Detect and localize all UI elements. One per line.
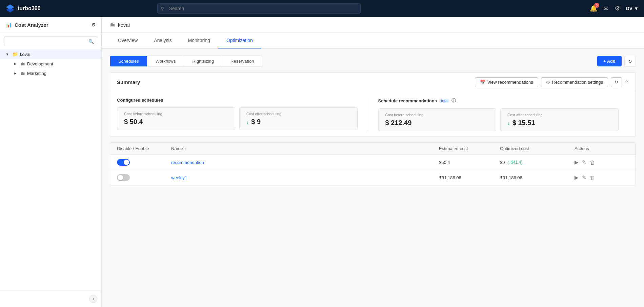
th-estimated-cost: Estimated cost bbox=[439, 146, 500, 151]
sub-tabs-actions: + Add ↻ bbox=[597, 56, 636, 67]
search-bar: ⚲ bbox=[157, 3, 361, 14]
configured-cost-cards: Cost before scheduling $ 50.4 Cost after… bbox=[117, 107, 358, 130]
tab-analysis[interactable]: Analysis bbox=[146, 33, 180, 48]
table-header: Disable / Enable Name ↑ Estimated cost O… bbox=[110, 143, 636, 155]
configured-title: Configured schedules bbox=[117, 98, 358, 103]
configured-cost-after-label: Cost after scheduling bbox=[246, 112, 350, 116]
app-layout: 📊 Cost Analyzer ⚙ 🔍 ▼ 📁 kovai ► 🖿 Develo… bbox=[0, 17, 644, 307]
summary-actions: 📅 View recommendations ⚙ Recommendation … bbox=[475, 77, 629, 87]
savings-badge-1: (↓$41.4) bbox=[507, 160, 522, 165]
chevron-right-icon-2: ► bbox=[14, 71, 18, 75]
sub-tabs: Schedules Workflows Rightsizing Reservat… bbox=[110, 56, 262, 67]
recommendations-title: Schedule recommendations beta ⓘ bbox=[378, 98, 619, 104]
sidebar-item-development-label: Development bbox=[27, 61, 53, 66]
notification-badge: 3 bbox=[594, 3, 599, 8]
edit-icon-1[interactable]: ✎ bbox=[582, 159, 586, 165]
toggle-2[interactable] bbox=[117, 174, 130, 181]
row-actions-2: ▶ ✎ 🗑 bbox=[575, 175, 595, 181]
sidebar-item-marketing-label: Marketing bbox=[27, 71, 46, 76]
sidebar-title: Cost Analyzer bbox=[15, 22, 48, 28]
rec-cost-before-label: Cost before scheduling bbox=[385, 113, 489, 117]
sidebar-tree: ▼ 📁 kovai ► 🖿 Development ► 🖿 Marketing bbox=[0, 49, 101, 78]
settings-gear-icon: ⚙ bbox=[546, 80, 550, 85]
td-estimated-1: $50.4 bbox=[439, 160, 500, 165]
rec-cost-before-value: $ 212.49 bbox=[385, 119, 489, 127]
page-header: 🖿 kovai bbox=[102, 17, 644, 33]
rec-cost-after-label: Cost after scheduling bbox=[507, 113, 611, 117]
collapse-summary-button[interactable]: ⌃ bbox=[625, 80, 629, 85]
logo-icon bbox=[5, 4, 15, 13]
settings-icon[interactable]: ⚙ bbox=[615, 5, 620, 12]
sub-tabs-row: Schedules Workflows Rightsizing Reservat… bbox=[110, 56, 636, 67]
view-recommendations-button[interactable]: 📅 View recommendations bbox=[475, 77, 538, 87]
sidebar-gear-icon[interactable]: ⚙ bbox=[92, 22, 96, 27]
configured-schedules-col: Configured schedules Cost before schedul… bbox=[117, 98, 368, 131]
tab-optimization[interactable]: Optimization bbox=[218, 33, 261, 48]
table-row: recommendation $50.4 $9 (↓$41.4) ▶ ✎ 🗑 bbox=[110, 155, 636, 170]
sidebar-search-input[interactable] bbox=[4, 36, 97, 46]
summary-header: Summary 📅 View recommendations ⚙ Recomme… bbox=[110, 73, 636, 92]
table-row: weekly1 ₹31,186.06 ₹31,186.06 ▶ ✎ 🗑 bbox=[110, 170, 636, 185]
app-name: turbo360 bbox=[18, 5, 41, 12]
play-icon-2[interactable]: ▶ bbox=[575, 175, 579, 181]
configured-cost-after-value: ↓ $ 9 bbox=[246, 118, 350, 126]
rec-cost-after-card: Cost after scheduling ↓ $ 15.51 bbox=[500, 108, 619, 131]
content-area: Schedules Workflows Rightsizing Reservat… bbox=[102, 49, 644, 192]
user-menu[interactable]: DV ▼ bbox=[626, 6, 639, 11]
delete-icon-1[interactable]: 🗑 bbox=[590, 160, 595, 165]
configured-cost-before-value: $ 50.4 bbox=[124, 118, 228, 126]
tab-overview[interactable]: Overview bbox=[110, 33, 146, 48]
info-icon: ⓘ bbox=[451, 98, 456, 104]
refresh-button[interactable]: ↻ bbox=[624, 56, 636, 67]
summary-refresh-button[interactable]: ↻ bbox=[611, 77, 622, 87]
sidebar-footer: ‹ bbox=[0, 290, 101, 307]
bell-icon[interactable]: ✉ bbox=[603, 5, 608, 12]
edit-icon-2[interactable]: ✎ bbox=[582, 175, 586, 181]
recommendations-col: Schedule recommendations beta ⓘ Cost bef… bbox=[368, 98, 629, 131]
calendar-icon: 📅 bbox=[480, 80, 485, 85]
chevron-down-icon: ▼ bbox=[5, 52, 10, 56]
notifications-icon[interactable]: 🔔 3 bbox=[590, 5, 597, 12]
sidebar-item-development[interactable]: ► 🖿 Development bbox=[8, 59, 101, 68]
sidebar-search-icon: 🔍 bbox=[88, 39, 94, 44]
arrow-down-icon: ↓ bbox=[246, 120, 249, 125]
sidebar-search: 🔍 bbox=[0, 33, 101, 49]
tab-monitoring[interactable]: Monitoring bbox=[180, 33, 218, 48]
beta-badge: beta bbox=[439, 99, 449, 103]
sub-tab-workflows[interactable]: Workflows bbox=[147, 56, 184, 66]
sidebar-item-marketing[interactable]: ► 🖿 Marketing bbox=[8, 68, 101, 78]
rec-cost-after-value: ↓ $ 15.51 bbox=[507, 119, 611, 127]
user-chevron-icon: ▼ bbox=[634, 6, 639, 11]
sub-tab-rightsizing[interactable]: Rightsizing bbox=[184, 56, 222, 66]
summary-title: Summary bbox=[117, 79, 140, 85]
cost-analyzer-icon: 📊 bbox=[5, 22, 12, 28]
td-name-2[interactable]: weekly1 bbox=[171, 175, 439, 180]
recommendations-cost-cards: Cost before scheduling $ 212.49 Cost aft… bbox=[378, 108, 619, 131]
sidebar-item-kovai-label: kovai bbox=[20, 52, 30, 57]
main-content: 🖿 kovai Overview Analysis Monitoring Opt… bbox=[102, 17, 644, 307]
sidebar: 📊 Cost Analyzer ⚙ 🔍 ▼ 📁 kovai ► 🖿 Develo… bbox=[0, 17, 102, 307]
rec-cost-before-card: Cost before scheduling $ 212.49 bbox=[378, 108, 497, 131]
delete-icon-2[interactable]: 🗑 bbox=[590, 175, 595, 181]
search-icon: ⚲ bbox=[161, 6, 164, 11]
play-icon-1[interactable]: ▶ bbox=[575, 159, 579, 165]
sub-tab-schedules[interactable]: Schedules bbox=[110, 56, 147, 66]
th-optimized-cost: Optimized cost bbox=[500, 146, 575, 151]
arrow-down-icon-2: ↓ bbox=[507, 121, 510, 126]
recommendation-settings-button[interactable]: ⚙ Recommendation settings bbox=[541, 77, 608, 87]
add-schedule-button[interactable]: + Add bbox=[597, 56, 622, 66]
chevron-right-icon: ► bbox=[14, 62, 18, 66]
td-name-1[interactable]: recommendation bbox=[171, 160, 439, 165]
logo-area: turbo360 bbox=[5, 4, 41, 13]
toggle-1[interactable] bbox=[117, 159, 130, 166]
sidebar-title-area: 📊 Cost Analyzer bbox=[5, 22, 48, 28]
th-disable-enable: Disable / Enable bbox=[117, 146, 171, 151]
sub-tab-reservation[interactable]: Reservation bbox=[222, 56, 262, 66]
sidebar-collapse-button[interactable]: ‹ bbox=[89, 295, 97, 303]
search-input[interactable] bbox=[157, 3, 361, 14]
sidebar-item-kovai[interactable]: ▼ 📁 kovai bbox=[0, 49, 101, 59]
user-initials: DV bbox=[626, 6, 632, 11]
td-optimized-2: ₹31,186.06 bbox=[500, 175, 575, 180]
sort-icon[interactable]: ↑ bbox=[184, 147, 186, 151]
folder-outline-icon: 🖿 bbox=[20, 61, 25, 66]
